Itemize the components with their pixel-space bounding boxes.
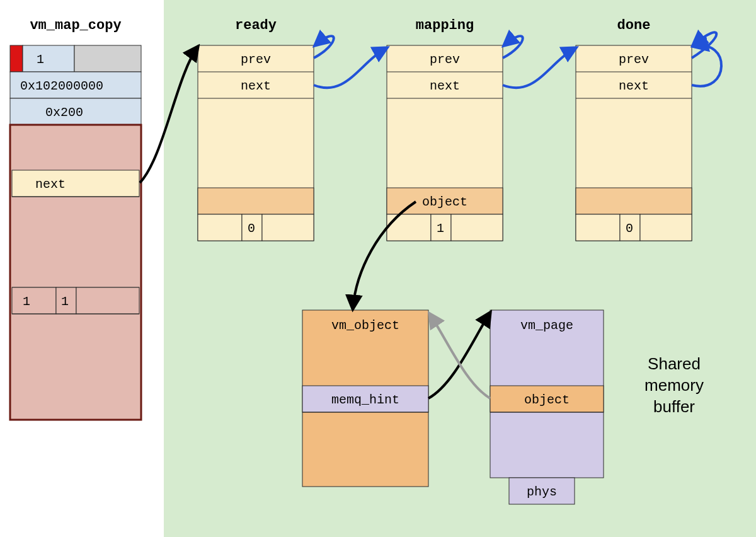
svg-rect-0 (10, 45, 23, 72)
shared-memory-caption: Shared memory buffer (644, 354, 704, 416)
svg-rect-31 (576, 214, 620, 241)
vm-map-copy-title: vm_map_copy (30, 18, 121, 33)
entry-ready-flag: 0 (248, 221, 255, 236)
entry-mapping-prev: prev (430, 52, 460, 67)
entry-mapping-title: mapping (416, 18, 474, 33)
vm-page-title: vm_page (520, 318, 573, 333)
vm-object-box: vm_object memq_hint (302, 310, 428, 487)
entry-done-flag: 0 (626, 221, 633, 236)
entry-mapping-flag: 1 (437, 221, 444, 236)
entry-ready-title: ready (235, 18, 277, 33)
caption-l3: buffer (653, 397, 695, 416)
vm-map-copy-next: next (35, 177, 66, 192)
vm-map-copy-size: 0x200 (45, 105, 83, 120)
vm-page-box: vm_page object phys (490, 310, 604, 504)
svg-rect-17 (198, 214, 242, 241)
svg-rect-2 (74, 45, 141, 72)
svg-rect-30 (576, 188, 692, 214)
entry-done-next: next (619, 79, 649, 93)
entry-done: done prev next 0 (576, 18, 692, 241)
vm-map-copy-one: 1 (37, 52, 44, 67)
vm-map-copy: vm_map_copy 1 0x102000000 0x200 next 1 (10, 18, 141, 420)
vm-map-copy-addr: 0x102000000 (20, 79, 103, 93)
vm-page-phys: phys (527, 485, 557, 499)
entry-mapping-next: next (430, 79, 460, 93)
entry-mapping: mapping prev next object 1 (387, 18, 503, 241)
svg-rect-16 (198, 188, 314, 214)
entry-ready: ready prev next 0 (198, 18, 314, 241)
vm-page-object: object (524, 393, 570, 407)
svg-rect-24 (387, 214, 431, 241)
entry-mapping-object: object (422, 195, 467, 209)
svg-rect-26 (451, 214, 503, 241)
svg-rect-1 (23, 45, 74, 72)
svg-rect-19 (262, 214, 314, 241)
vm-object-title: vm_object (331, 318, 399, 333)
svg-rect-6 (12, 170, 139, 197)
svg-rect-33 (640, 214, 692, 241)
vm-map-copy-flag1: 1 (23, 294, 30, 309)
caption-l2: memory (644, 376, 704, 395)
svg-rect-9 (12, 287, 56, 314)
vm-map-copy-flag2: 1 (61, 294, 69, 309)
caption-l1: Shared (648, 354, 701, 373)
entry-done-prev: prev (619, 52, 649, 67)
entry-ready-next: next (241, 79, 271, 93)
vm-object-memq: memq_hint (331, 393, 399, 407)
entry-ready-prev: prev (241, 52, 271, 67)
svg-rect-11 (76, 287, 139, 314)
vm-map-copy-entry: next 1 1 (10, 125, 141, 420)
svg-rect-5 (10, 125, 141, 420)
entry-done-title: done (617, 18, 651, 33)
